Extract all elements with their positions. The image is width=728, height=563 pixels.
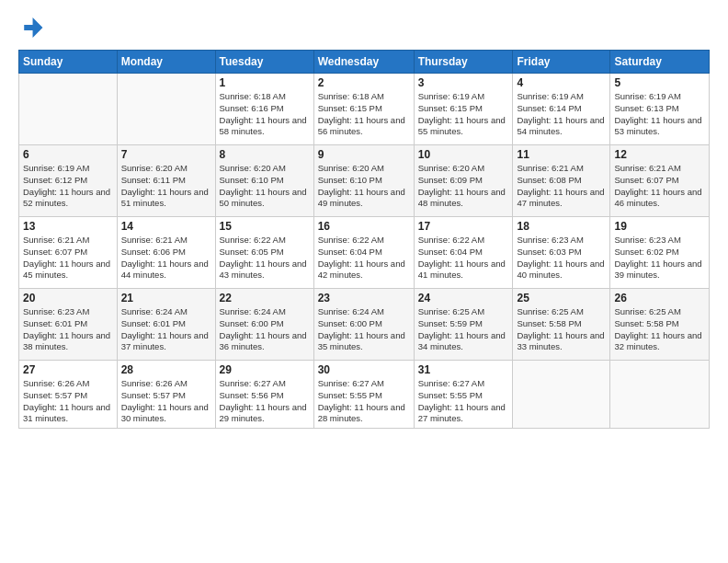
weekday-header-tuesday: Tuesday: [215, 51, 313, 74]
day-number: 4: [517, 76, 606, 89]
day-info: Sunrise: 6:22 AM Sunset: 6:04 PM Dayligh…: [418, 235, 509, 282]
calendar-cell: 7Sunrise: 6:20 AM Sunset: 6:11 PM Daylig…: [117, 145, 215, 217]
day-info: Sunrise: 6:27 AM Sunset: 5:55 PM Dayligh…: [418, 378, 509, 425]
day-number: 16: [318, 220, 410, 233]
calendar-cell: 2Sunrise: 6:18 AM Sunset: 6:15 PM Daylig…: [313, 74, 414, 145]
day-number: 7: [121, 148, 211, 161]
calendar-cell: 9Sunrise: 6:20 AM Sunset: 6:10 PM Daylig…: [313, 145, 414, 217]
day-info: Sunrise: 6:18 AM Sunset: 6:16 PM Dayligh…: [220, 91, 310, 138]
calendar-cell: 26Sunrise: 6:25 AM Sunset: 5:58 PM Dayli…: [610, 289, 710, 361]
day-number: 23: [318, 292, 410, 304]
day-info: Sunrise: 6:19 AM Sunset: 6:12 PM Dayligh…: [23, 163, 113, 210]
weekday-header-friday: Friday: [513, 51, 610, 74]
day-info: Sunrise: 6:25 AM Sunset: 5:58 PM Dayligh…: [517, 306, 606, 353]
calendar-cell: [19, 74, 118, 145]
day-number: 5: [614, 76, 705, 89]
calendar-cell: 10Sunrise: 6:20 AM Sunset: 6:09 PM Dayli…: [414, 145, 513, 217]
day-info: Sunrise: 6:27 AM Sunset: 5:55 PM Dayligh…: [318, 378, 410, 425]
calendar-cell: 30Sunrise: 6:27 AM Sunset: 5:55 PM Dayli…: [313, 361, 414, 429]
calendar-cell: 17Sunrise: 6:22 AM Sunset: 6:04 PM Dayli…: [414, 217, 513, 289]
day-number: 28: [121, 363, 211, 376]
weekday-header-thursday: Thursday: [414, 51, 513, 74]
day-number: 3: [418, 76, 509, 89]
calendar-cell: 21Sunrise: 6:24 AM Sunset: 6:01 PM Dayli…: [117, 289, 215, 361]
calendar-cell: 14Sunrise: 6:21 AM Sunset: 6:06 PM Dayli…: [117, 217, 215, 289]
day-number: 19: [614, 220, 705, 233]
day-number: 1: [220, 76, 310, 89]
svg-marker-0: [24, 17, 42, 38]
day-info: Sunrise: 6:25 AM Sunset: 5:59 PM Dayligh…: [418, 306, 509, 353]
day-info: Sunrise: 6:26 AM Sunset: 5:57 PM Dayligh…: [23, 378, 113, 425]
day-info: Sunrise: 6:19 AM Sunset: 6:15 PM Dayligh…: [418, 91, 509, 138]
calendar-cell: 29Sunrise: 6:27 AM Sunset: 5:56 PM Dayli…: [215, 361, 313, 429]
calendar-cell: 28Sunrise: 6:26 AM Sunset: 5:57 PM Dayli…: [117, 361, 215, 429]
day-info: Sunrise: 6:20 AM Sunset: 6:10 PM Dayligh…: [220, 163, 310, 210]
day-number: 29: [220, 363, 310, 376]
day-number: 22: [220, 292, 310, 304]
weekday-header-sunday: Sunday: [19, 51, 118, 74]
weekday-header-monday: Monday: [117, 51, 215, 74]
day-info: Sunrise: 6:25 AM Sunset: 5:58 PM Dayligh…: [614, 306, 705, 353]
day-number: 25: [517, 292, 606, 304]
calendar-cell: 3Sunrise: 6:19 AM Sunset: 6:15 PM Daylig…: [414, 74, 513, 145]
day-number: 20: [23, 292, 113, 304]
day-info: Sunrise: 6:23 AM Sunset: 6:02 PM Dayligh…: [614, 235, 705, 282]
day-info: Sunrise: 6:20 AM Sunset: 6:11 PM Dayligh…: [121, 163, 211, 210]
week-row-5: 27Sunrise: 6:26 AM Sunset: 5:57 PM Dayli…: [19, 361, 710, 429]
calendar-cell: 22Sunrise: 6:24 AM Sunset: 6:00 PM Dayli…: [215, 289, 313, 361]
calendar-cell: 8Sunrise: 6:20 AM Sunset: 6:10 PM Daylig…: [215, 145, 313, 217]
day-number: 14: [121, 220, 211, 233]
day-info: Sunrise: 6:20 AM Sunset: 6:09 PM Dayligh…: [418, 163, 509, 210]
day-info: Sunrise: 6:22 AM Sunset: 6:05 PM Dayligh…: [220, 235, 310, 282]
day-number: 2: [318, 76, 410, 89]
day-number: 31: [418, 363, 509, 376]
week-row-3: 13Sunrise: 6:21 AM Sunset: 6:07 PM Dayli…: [19, 217, 710, 289]
week-row-2: 6Sunrise: 6:19 AM Sunset: 6:12 PM Daylig…: [19, 145, 710, 217]
day-number: 11: [517, 148, 606, 161]
day-number: 30: [318, 363, 410, 376]
day-number: 10: [418, 148, 509, 161]
day-number: 12: [614, 148, 705, 161]
day-number: 21: [121, 292, 211, 304]
day-info: Sunrise: 6:24 AM Sunset: 6:00 PM Dayligh…: [318, 306, 410, 353]
week-row-1: 1Sunrise: 6:18 AM Sunset: 6:16 PM Daylig…: [19, 74, 710, 145]
page: SundayMondayTuesdayWednesdayThursdayFrid…: [0, 0, 728, 563]
day-info: Sunrise: 6:24 AM Sunset: 6:01 PM Dayligh…: [121, 306, 211, 353]
day-number: 6: [23, 148, 113, 161]
day-number: 24: [418, 292, 509, 304]
day-info: Sunrise: 6:22 AM Sunset: 6:04 PM Dayligh…: [318, 235, 410, 282]
calendar-cell: 23Sunrise: 6:24 AM Sunset: 6:00 PM Dayli…: [313, 289, 414, 361]
calendar-cell: 6Sunrise: 6:19 AM Sunset: 6:12 PM Daylig…: [19, 145, 118, 217]
calendar-cell: 15Sunrise: 6:22 AM Sunset: 6:05 PM Dayli…: [215, 217, 313, 289]
calendar-cell: 27Sunrise: 6:26 AM Sunset: 5:57 PM Dayli…: [19, 361, 118, 429]
calendar-cell: 25Sunrise: 6:25 AM Sunset: 5:58 PM Dayli…: [513, 289, 610, 361]
logo: [18, 15, 48, 40]
logo-icon: [18, 15, 44, 40]
calendar-cell: 11Sunrise: 6:21 AM Sunset: 6:08 PM Dayli…: [513, 145, 610, 217]
day-info: Sunrise: 6:21 AM Sunset: 6:06 PM Dayligh…: [121, 235, 211, 282]
day-info: Sunrise: 6:23 AM Sunset: 6:03 PM Dayligh…: [517, 235, 606, 282]
calendar-cell: 19Sunrise: 6:23 AM Sunset: 6:02 PM Dayli…: [610, 217, 710, 289]
calendar-cell: 5Sunrise: 6:19 AM Sunset: 6:13 PM Daylig…: [610, 74, 710, 145]
day-info: Sunrise: 6:20 AM Sunset: 6:10 PM Dayligh…: [318, 163, 410, 210]
day-info: Sunrise: 6:18 AM Sunset: 6:15 PM Dayligh…: [318, 91, 410, 138]
day-info: Sunrise: 6:26 AM Sunset: 5:57 PM Dayligh…: [121, 378, 211, 425]
calendar-cell: 4Sunrise: 6:19 AM Sunset: 6:14 PM Daylig…: [513, 74, 610, 145]
calendar-cell: 16Sunrise: 6:22 AM Sunset: 6:04 PM Dayli…: [313, 217, 414, 289]
day-info: Sunrise: 6:21 AM Sunset: 6:07 PM Dayligh…: [614, 163, 705, 210]
day-info: Sunrise: 6:23 AM Sunset: 6:01 PM Dayligh…: [23, 306, 113, 353]
day-number: 13: [23, 220, 113, 233]
calendar-cell: 24Sunrise: 6:25 AM Sunset: 5:59 PM Dayli…: [414, 289, 513, 361]
day-number: 18: [517, 220, 606, 233]
calendar-cell: [117, 74, 215, 145]
day-info: Sunrise: 6:21 AM Sunset: 6:08 PM Dayligh…: [517, 163, 606, 210]
weekday-header-saturday: Saturday: [610, 51, 710, 74]
week-row-4: 20Sunrise: 6:23 AM Sunset: 6:01 PM Dayli…: [19, 289, 710, 361]
calendar-cell: 18Sunrise: 6:23 AM Sunset: 6:03 PM Dayli…: [513, 217, 610, 289]
day-number: 17: [418, 220, 509, 233]
calendar-cell: [610, 361, 710, 429]
day-info: Sunrise: 6:19 AM Sunset: 6:13 PM Dayligh…: [614, 91, 705, 138]
weekday-header-row: SundayMondayTuesdayWednesdayThursdayFrid…: [19, 51, 710, 74]
day-number: 8: [220, 148, 310, 161]
day-info: Sunrise: 6:21 AM Sunset: 6:07 PM Dayligh…: [23, 235, 113, 282]
